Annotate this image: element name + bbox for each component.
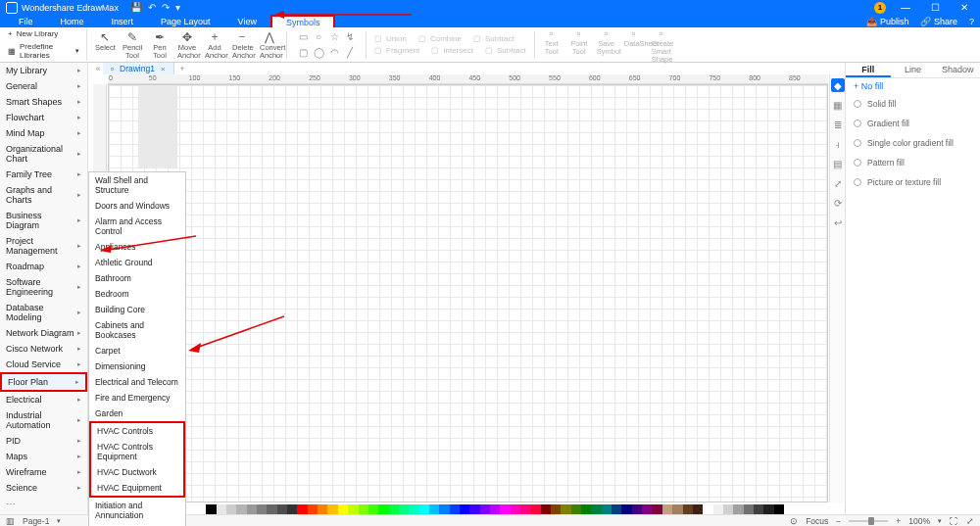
color-swatch[interactable]: [368, 504, 378, 514]
color-swatch[interactable]: [378, 504, 388, 514]
grid-panel-icon[interactable]: ▦: [831, 98, 845, 112]
publish-button[interactable]: 📤 Publish: [860, 17, 914, 26]
category-graphs-and-charts[interactable]: Graphs and Charts▸: [0, 182, 87, 208]
color-swatch[interactable]: [500, 504, 510, 514]
fill-option-gradient-fill[interactable]: Gradient fill: [846, 114, 980, 133]
page-dropdown-icon[interactable]: ▾: [57, 517, 61, 525]
category-cloud-service[interactable]: Cloud Service▸: [0, 357, 87, 372]
submenu-cabinets-and-bookcases[interactable]: Cabinets and Bookcases: [89, 317, 185, 343]
color-swatch[interactable]: [612, 504, 621, 514]
zoom-dropdown-icon[interactable]: ▾: [938, 517, 942, 525]
tab-close-icon[interactable]: ×: [161, 65, 166, 73]
history-panel-icon[interactable]: ↩: [831, 215, 845, 229]
category-maps[interactable]: Maps▸: [0, 449, 87, 464]
color-swatch[interactable]: [490, 504, 500, 514]
color-swatch[interactable]: [693, 504, 703, 514]
color-swatch[interactable]: [703, 504, 712, 514]
color-swatch[interactable]: [571, 504, 581, 514]
color-swatch[interactable]: [399, 504, 409, 514]
color-swatch[interactable]: [652, 504, 662, 514]
submenu-electrical-and-telecom[interactable]: Electrical and Telecom: [89, 374, 185, 390]
color-swatch[interactable]: [429, 504, 439, 514]
category-science[interactable]: Science▸: [0, 480, 87, 496]
undo-icon[interactable]: ↶: [148, 2, 156, 13]
color-swatch[interactable]: [206, 504, 216, 514]
category-industrial-automation[interactable]: Industrial Automation▸: [0, 407, 87, 433]
submenu-garden[interactable]: Garden: [89, 406, 185, 421]
color-swatch[interactable]: [713, 504, 723, 514]
page-selector-icon[interactable]: ▥: [6, 516, 15, 526]
category-network-diagram[interactable]: Network Diagram▸: [0, 325, 87, 341]
share-button[interactable]: 🔗 Share: [914, 17, 963, 26]
menu-page-layout[interactable]: Page Layout: [147, 15, 224, 27]
color-swatch[interactable]: [683, 504, 693, 514]
menu-view[interactable]: View: [224, 15, 270, 27]
category-roadmap[interactable]: Roadmap▸: [0, 259, 87, 274]
save-icon[interactable]: 💾: [130, 2, 142, 13]
color-swatch[interactable]: [409, 504, 418, 514]
delete-anchor-tool[interactable]: －DeleteAnchor: [228, 30, 256, 60]
color-swatch[interactable]: [662, 504, 672, 514]
convert-anchor-tool[interactable]: ⋀ConvertAnchor: [256, 30, 283, 60]
color-swatch[interactable]: [277, 504, 287, 514]
line-shape-icon[interactable]: ╱: [343, 46, 357, 60]
color-swatch[interactable]: [744, 504, 754, 514]
submenu-hvac-equipment[interactable]: HVAC Equipment: [91, 480, 183, 496]
rect-shape-icon[interactable]: ▭: [296, 30, 310, 44]
color-swatch[interactable]: [217, 504, 226, 514]
submenu-initiation-and-annunciation[interactable]: Initiation and Annunciation: [89, 498, 185, 523]
focus-mode-icon[interactable]: ⊙: [790, 516, 798, 526]
color-swatch[interactable]: [642, 504, 652, 514]
rotate-panel-icon[interactable]: ⟳: [831, 196, 845, 210]
fit-page-icon[interactable]: ⛶: [950, 516, 958, 526]
color-swatch[interactable]: [359, 504, 368, 514]
color-swatch[interactable]: [480, 504, 490, 514]
color-swatch[interactable]: [551, 504, 561, 514]
fill-option-single-color-gradient-fill[interactable]: Single color gradient fill: [846, 133, 980, 153]
zoom-out-button[interactable]: −: [836, 516, 841, 526]
category-project-management[interactable]: Project Management▸: [0, 233, 87, 259]
fullscreen-icon[interactable]: ⤢: [966, 516, 974, 526]
fill-option-solid-fill[interactable]: Solid fill: [846, 94, 980, 114]
color-swatch[interactable]: [196, 504, 206, 514]
document-tab[interactable]: ▫ Drawing1 ×: [103, 63, 174, 74]
color-swatch[interactable]: [733, 504, 743, 514]
fill-option-pattern-fill[interactable]: Pattern fill: [846, 153, 980, 172]
ellipse-shape-icon[interactable]: ◯: [312, 46, 325, 60]
submenu-hvac-controls[interactable]: HVAC Controls: [91, 423, 183, 439]
minimize-button[interactable]: —: [896, 2, 915, 13]
round-rect-shape-icon[interactable]: ▢: [296, 46, 310, 60]
submenu-wall-shell-and-structure[interactable]: Wall Shell and Structure: [89, 172, 185, 198]
arc-shape-icon[interactable]: ◠: [327, 46, 341, 60]
submenu-bathroom[interactable]: Bathroom: [89, 270, 185, 286]
color-swatch[interactable]: [327, 504, 337, 514]
color-palette-bar[interactable]: [196, 504, 784, 514]
category-flowchart[interactable]: Flowchart▸: [0, 110, 87, 125]
help-button[interactable]: ?: [963, 17, 980, 26]
color-swatch[interactable]: [541, 504, 551, 514]
color-swatch[interactable]: [469, 504, 479, 514]
submenu-athletic-ground[interactable]: Athletic Ground: [89, 255, 185, 270]
fill-option-picture-or-texture-fill[interactable]: Picture or texture fill: [846, 172, 980, 192]
submenu-building-core[interactable]: Building Core: [89, 302, 185, 317]
star-shape-icon[interactable]: ☆: [327, 30, 341, 44]
color-swatch[interactable]: [257, 504, 267, 514]
category-general[interactable]: General▸: [0, 78, 87, 94]
page-panel-icon[interactable]: ▤: [831, 157, 845, 170]
color-swatch[interactable]: [338, 504, 348, 514]
focus-label[interactable]: Focus: [806, 516, 828, 526]
submenu-fire-and-emergency[interactable]: Fire and Emergency: [89, 390, 185, 406]
color-swatch[interactable]: [530, 504, 540, 514]
color-swatch[interactable]: [419, 504, 429, 514]
category-family-tree[interactable]: Family Tree▸: [0, 167, 87, 182]
color-swatch[interactable]: [236, 504, 246, 514]
format-tab-line[interactable]: Line: [891, 63, 936, 77]
category-wireframe[interactable]: Wireframe▸: [0, 464, 87, 480]
color-swatch[interactable]: [723, 504, 733, 514]
resize-panel-icon[interactable]: ⤢: [831, 176, 845, 190]
layers-panel-icon[interactable]: ≣: [831, 118, 845, 131]
format-tab-shadow[interactable]: Shadow: [935, 63, 980, 77]
menu-symbols[interactable]: Symbols: [270, 15, 336, 27]
category-floor-plan[interactable]: Floor Plan▸: [0, 372, 87, 392]
color-swatch[interactable]: [267, 504, 276, 514]
